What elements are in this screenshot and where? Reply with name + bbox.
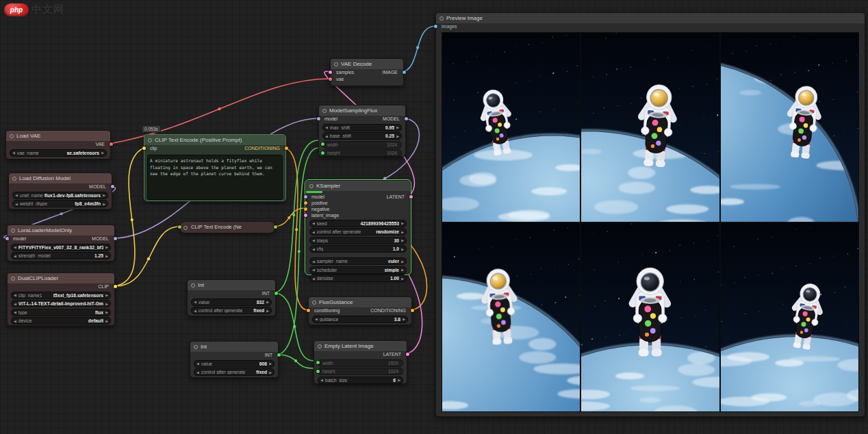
widget-unet-name[interactable]: unet_name flux1-dev-fp8.safetensors	[12, 192, 108, 199]
node-lora-loader[interactable]: LoraLoaderModelOnly model MODEL FITYVFIT…	[7, 225, 115, 261]
negative-input-dot[interactable]	[304, 207, 307, 211]
widget-value[interactable]: value 608	[194, 360, 275, 368]
widget-batch-size[interactable]: batch_size 6	[318, 376, 403, 384]
node-clip-text-encode-positive[interactable]: CLIP Text Encode (Positive Prompt) clip …	[144, 134, 286, 201]
preview-image-4[interactable]	[442, 223, 580, 412]
model-output-dot[interactable]	[114, 237, 117, 240]
positive-input-dot[interactable]	[304, 201, 307, 205]
clip-input-dot[interactable]	[142, 146, 146, 150]
widget-denoise[interactable]: denoise 1.00	[309, 275, 407, 282]
collapse-icon[interactable]	[309, 184, 314, 188]
node-header[interactable]: Empty Latent Image	[314, 341, 407, 351]
image-output-dot[interactable]	[403, 71, 406, 74]
collapse-icon[interactable]	[322, 109, 327, 113]
collapse-icon[interactable]	[148, 138, 152, 142]
collapse-icon[interactable]	[12, 177, 16, 181]
widget-height-input[interactable]: height 1024	[318, 368, 403, 375]
model-input-dot[interactable]	[304, 195, 307, 199]
widget-device[interactable]: device default	[11, 317, 111, 324]
widget-steps[interactable]: steps 30	[309, 237, 407, 244]
node-ksampler[interactable]: KSampler model LATENT positive negative …	[305, 180, 411, 275]
node-flux-guidance[interactable]: FluxGuidance conditioning CONDITIONING g…	[308, 296, 412, 325]
node-preview-image[interactable]: Preview Image images	[435, 12, 865, 417]
widget-control-after-generate[interactable]: control after generate fixed	[194, 368, 275, 376]
wire-clip-to-positive[interactable]	[114, 148, 144, 286]
widget-control-after-generate[interactable]: control after generate randomize	[309, 228, 407, 235]
widget-type[interactable]: type flux	[11, 309, 111, 316]
node-header[interactable]: ModelSamplingFlux	[319, 105, 405, 116]
prompt-textarea[interactable]: A miniature astronaut holds a fityflex w…	[147, 155, 283, 200]
vae-input-dot[interactable]	[329, 77, 332, 81]
node-empty-latent-image[interactable]: Empty Latent Image LATENT width 1920 hei…	[314, 340, 407, 384]
node-header[interactable]: DualCLIPLoader	[8, 273, 114, 283]
collapse-icon[interactable]	[318, 344, 322, 348]
wire-clip-to-negative[interactable]	[114, 227, 179, 286]
widget-clip-name2[interactable]: ViT-L-14-TEXT-detail-improved-hiT-GmP-…	[11, 300, 111, 307]
int-output-dot[interactable]	[275, 292, 278, 295]
collapse-icon[interactable]	[439, 16, 444, 21]
widget-vae-name[interactable]: vae_name ae.safetensors	[10, 149, 107, 157]
widget-lora-name[interactable]: FITYVFITYFlex_v007_32_8_rank32_bf16 …	[11, 244, 111, 251]
widget-clip-name1[interactable]: clip_name1 t5xxl_fp16.safetensors	[11, 292, 111, 299]
width-input-dot[interactable]	[321, 142, 324, 146]
node-header[interactable]: Int	[188, 280, 275, 290]
clip-output-dot[interactable]	[114, 285, 117, 288]
node-header[interactable]: Preview Image	[436, 13, 865, 23]
collapse-icon[interactable]	[191, 283, 195, 288]
model-output-dot[interactable]	[111, 185, 114, 188]
widget-base-shift[interactable]: base_shift 0.25	[322, 132, 402, 140]
images-input-dot[interactable]	[434, 25, 437, 28]
preview-image-5[interactable]	[581, 223, 719, 412]
collapse-icon[interactable]	[312, 301, 316, 305]
wire-image-to-preview[interactable]	[403, 26, 435, 72]
node-clip-text-encode-negative[interactable]: CLIP Text Encode (Ne	[179, 221, 275, 233]
node-header[interactable]: CLIP Text Encode (Positive Prompt)	[144, 135, 285, 145]
widget-control-after-generate[interactable]: control after generate fixed	[191, 307, 272, 314]
node-dual-clip-loader[interactable]: DualCLIPLoader CLIP clip_name1 t5xxl_fp1…	[7, 272, 115, 326]
node-vae-decode[interactable]: VAE Decode samples IMAGE vae	[330, 58, 404, 86]
collapse-icon[interactable]	[11, 277, 15, 281]
widget-strength-model[interactable]: strength_model 1.25	[11, 252, 111, 259]
height-input-dot[interactable]	[321, 151, 324, 155]
model-input-dot[interactable]	[317, 117, 320, 120]
widget-guidance[interactable]: guidance 3.8	[312, 316, 408, 323]
conditioning-output-dot[interactable]	[411, 309, 414, 312]
widget-weight-dtype[interactable]: weight_dtype fp8_e4m3fn	[12, 200, 108, 207]
latent-image-input-dot[interactable]	[304, 214, 307, 217]
node-header[interactable]: FluxGuidance	[309, 297, 411, 307]
collapsed-input-dot[interactable]	[178, 225, 181, 229]
conditioning-output-dot[interactable]	[285, 146, 288, 150]
node-header[interactable]: Load Diffusion Model	[9, 173, 112, 183]
collapsed-output-dot[interactable]	[274, 225, 277, 229]
node-int-width[interactable]: Int INT value 832 control after generate…	[187, 279, 276, 316]
model-output-dot[interactable]	[405, 117, 408, 120]
preview-image-2[interactable]	[581, 33, 719, 222]
preview-image-6[interactable]	[721, 223, 858, 412]
widget-width-input[interactable]: width 1024	[322, 141, 402, 149]
width-input-dot[interactable]	[316, 361, 320, 364]
node-model-sampling-flux[interactable]: ModelSamplingFlux model MODEL max_shift …	[318, 105, 406, 157]
latent-output-dot[interactable]	[406, 353, 409, 356]
node-header[interactable]: Load VAE	[6, 131, 110, 141]
int-output-dot[interactable]	[277, 353, 281, 357]
widget-height-input[interactable]: height 1024	[322, 149, 402, 157]
latent-output-dot[interactable]	[409, 195, 413, 199]
collapse-icon[interactable]	[334, 62, 338, 66]
widget-cfg[interactable]: cfg 1.0	[309, 245, 407, 253]
preview-image-3[interactable]	[721, 33, 858, 222]
node-graph-canvas[interactable]: php 中文网 Load VAE VAE vae_name ae.safeten…	[0, 0, 868, 434]
widget-scheduler[interactable]: scheduler simple	[309, 266, 407, 274]
widget-width-input[interactable]: width 1920	[318, 359, 403, 367]
node-header[interactable]: LoraLoaderModelOnly	[8, 225, 114, 235]
conditioning-input-dot[interactable]	[307, 309, 310, 312]
collapse-icon[interactable]	[10, 134, 14, 138]
node-header[interactable]: Int	[190, 342, 278, 352]
collapse-icon[interactable]	[11, 229, 15, 233]
widget-sampler-name[interactable]: sampler_name euler	[309, 257, 407, 265]
collapse-icon[interactable]	[194, 345, 198, 349]
widget-value[interactable]: value 832	[191, 298, 272, 306]
vae-output-dot[interactable]	[110, 142, 113, 146]
node-header[interactable]: KSampler	[306, 181, 410, 191]
node-load-diffusion-model[interactable]: Load Diffusion Model MODEL unet_name flu…	[8, 173, 112, 209]
node-load-vae[interactable]: Load VAE VAE vae_name ae.safetensors	[5, 130, 111, 159]
